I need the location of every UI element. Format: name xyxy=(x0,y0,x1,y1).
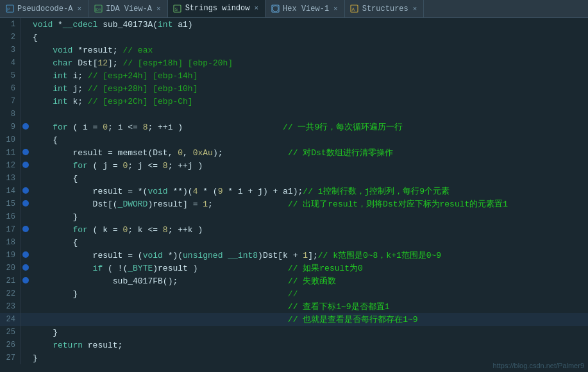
code-content-19[interactable]: result = (void *)(unsigned __int8)Dst[k … xyxy=(30,249,588,262)
breakpoint-col-17[interactable] xyxy=(21,223,30,236)
breakpoint-col-27[interactable] xyxy=(21,351,30,364)
breakpoint-col-12[interactable] xyxy=(21,159,30,172)
tab-label-pseudocode-a: Pseudocode-A xyxy=(17,4,72,13)
code-content-26[interactable]: return result; xyxy=(30,339,588,351)
code-row-25: 25 } xyxy=(0,326,588,339)
tab-bar: PPseudocode-A×IDAIDA View-A×SStrings win… xyxy=(0,0,588,18)
code-row-11: 11 result = memset(Dst, 0, 0xAu); // 对Ds… xyxy=(0,146,588,159)
tab-label-structures: Structures xyxy=(362,4,408,13)
code-content-7[interactable]: int k; // [esp+2Ch] [ebp-Ch] xyxy=(30,95,588,108)
tab-close-ida-view-a[interactable]: × xyxy=(155,4,162,13)
code-content-11[interactable]: result = memset(Dst, 0, 0xAu); // 对Dst数组… xyxy=(30,146,588,159)
code-content-5[interactable]: int i; // [esp+24h] [ebp-14h] xyxy=(30,69,588,82)
breakpoint-col-24[interactable] xyxy=(21,313,30,326)
line-number-1: 1 xyxy=(0,18,21,31)
breakpoint-col-16[interactable] xyxy=(21,210,30,223)
breakpoint-col-23[interactable] xyxy=(21,300,30,313)
line-number-22: 22 xyxy=(0,287,21,300)
code-content-9[interactable]: for ( i = 0; i <= 8; ++i ) // 一共9行，每次循环遍… xyxy=(30,121,588,133)
line-number-10: 10 xyxy=(0,133,21,146)
code-content-18[interactable]: { xyxy=(30,236,588,249)
code-content-20[interactable]: if ( !(_BYTE)result ) // 如果result为0 xyxy=(30,262,588,275)
code-table: 1void *__cdecl sub_40173A(int a1)2{3 voi… xyxy=(0,18,588,364)
code-row-9: 9 for ( i = 0; i <= 8; ++i ) // 一共9行，每次循… xyxy=(0,121,588,133)
tab-close-strings-window[interactable]: × xyxy=(253,4,260,13)
code-content-24[interactable]: // 也就是查看是否每行都存在1~9 xyxy=(30,313,588,326)
breakpoint-dot-17 xyxy=(22,226,29,232)
breakpoint-col-15[interactable] xyxy=(21,198,30,210)
code-row-8: 8 xyxy=(0,108,588,121)
breakpoint-col-8[interactable] xyxy=(21,108,30,121)
code-content-15[interactable]: Dst[(_DWORD)result] = 1; // 出现了result，则将… xyxy=(30,198,588,210)
breakpoint-dot-19 xyxy=(22,251,29,258)
tab-close-structures[interactable]: × xyxy=(412,4,419,13)
breakpoint-dot-12 xyxy=(22,162,29,168)
tab-close-pseudocode-a[interactable]: × xyxy=(76,4,83,13)
tab-label-ida-view-a: IDA View-A xyxy=(106,4,152,13)
code-content-8[interactable] xyxy=(30,108,588,121)
line-number-21: 21 xyxy=(0,275,21,287)
breakpoint-col-5[interactable] xyxy=(21,69,30,82)
breakpoint-col-7[interactable] xyxy=(21,95,30,108)
line-number-9: 9 xyxy=(0,121,21,133)
code-content-16[interactable]: } xyxy=(30,210,588,223)
breakpoint-col-6[interactable] xyxy=(21,82,30,95)
breakpoint-col-11[interactable] xyxy=(21,146,30,159)
svg-text:S: S xyxy=(175,7,178,12)
code-content-4[interactable]: char Dst[12]; // [esp+18h] [ebp-20h] xyxy=(30,56,588,69)
code-row-1: 1void *__cdecl sub_40173A(int a1) xyxy=(0,18,588,31)
breakpoint-col-26[interactable] xyxy=(21,339,30,351)
tab-structures[interactable]: AStructures× xyxy=(345,0,424,17)
line-number-6: 6 xyxy=(0,82,21,95)
code-area[interactable]: 1void *__cdecl sub_40173A(int a1)2{3 voi… xyxy=(0,18,588,372)
line-number-18: 18 xyxy=(0,236,21,249)
breakpoint-col-22[interactable] xyxy=(21,287,30,300)
breakpoint-col-4[interactable] xyxy=(21,56,30,69)
breakpoint-col-2[interactable] xyxy=(21,31,30,44)
tab-icon-ida-view-a: IDA xyxy=(94,4,103,13)
breakpoint-col-13[interactable] xyxy=(21,172,30,185)
breakpoint-col-10[interactable] xyxy=(21,133,30,146)
code-content-6[interactable]: int j; // [esp+28h] [ebp-10h] xyxy=(30,82,588,95)
code-content-13[interactable]: { xyxy=(30,172,588,185)
code-content-25[interactable]: } xyxy=(30,326,588,339)
code-content-27[interactable]: } xyxy=(30,351,588,364)
line-number-26: 26 xyxy=(0,339,21,351)
code-content-3[interactable]: void *result; // eax xyxy=(30,44,588,56)
code-content-2[interactable]: { xyxy=(30,31,588,44)
breakpoint-col-14[interactable] xyxy=(21,185,30,198)
code-content-17[interactable]: for ( k = 0; k <= 8; ++k ) xyxy=(30,223,588,236)
tab-ida-view-a[interactable]: IDAIDA View-A× xyxy=(88,0,168,17)
code-content-23[interactable]: // 查看下标1~9是否都置1 xyxy=(30,300,588,313)
breakpoint-col-20[interactable] xyxy=(21,262,30,275)
breakpoint-col-18[interactable] xyxy=(21,236,30,249)
breakpoint-col-19[interactable] xyxy=(21,249,30,262)
breakpoint-col-21[interactable] xyxy=(21,275,30,287)
code-row-13: 13 { xyxy=(0,172,588,185)
breakpoint-col-9[interactable] xyxy=(21,121,30,133)
tab-hex-view-1[interactable]: Hex View-1× xyxy=(265,0,345,17)
code-content-21[interactable]: sub_4017FB(); // 失败函数 xyxy=(30,275,588,287)
code-content-22[interactable]: } // xyxy=(30,287,588,300)
breakpoint-col-25[interactable] xyxy=(21,326,30,339)
code-content-1[interactable]: void *__cdecl sub_40173A(int a1) xyxy=(30,18,588,31)
breakpoint-col-3[interactable] xyxy=(21,44,30,56)
breakpoint-col-1[interactable] xyxy=(21,18,30,31)
code-content-12[interactable]: for ( j = 0; j <= 8; ++j ) xyxy=(30,159,588,172)
line-number-15: 15 xyxy=(0,198,21,210)
code-row-6: 6 int j; // [esp+28h] [ebp-10h] xyxy=(0,82,588,95)
tab-strings-window[interactable]: SStrings window× xyxy=(168,0,265,17)
tab-icon-structures: A xyxy=(350,4,359,13)
code-row-4: 4 char Dst[12]; // [esp+18h] [ebp-20h] xyxy=(0,56,588,69)
code-row-24: 24 // 也就是查看是否每行都存在1~9 xyxy=(0,313,588,326)
code-row-12: 12 for ( j = 0; j <= 8; ++j ) xyxy=(0,159,588,172)
code-row-14: 14 result = *(void **)(4 * (9 * i + j) +… xyxy=(0,185,588,198)
breakpoint-dot-21 xyxy=(22,277,29,283)
line-number-7: 7 xyxy=(0,95,21,108)
code-content-14[interactable]: result = *(void **)(4 * (9 * i + j) + a1… xyxy=(30,185,588,198)
tab-pseudocode-a[interactable]: PPseudocode-A× xyxy=(0,0,88,17)
tab-close-hex-view-1[interactable]: × xyxy=(332,4,339,13)
svg-text:P: P xyxy=(7,7,10,12)
code-row-27: 27} xyxy=(0,351,588,364)
code-content-10[interactable]: { xyxy=(30,133,588,146)
